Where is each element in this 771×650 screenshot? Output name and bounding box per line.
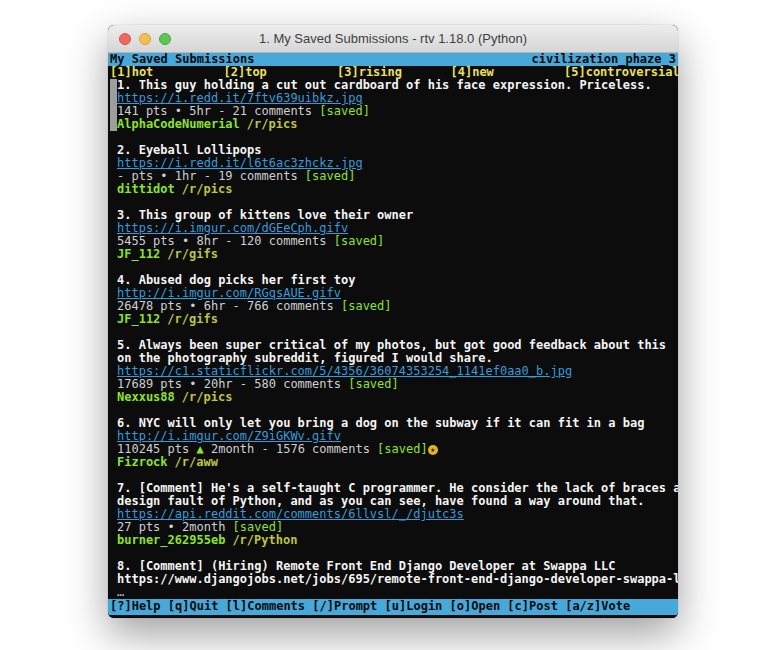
tab-rising[interactable]: [3]rising (337, 66, 451, 79)
submission-meta: - pts • 1hr - 19 comments [saved] (110, 170, 678, 183)
submission-title[interactable]: 5. Always been super critical of my phot… (110, 339, 678, 352)
submission-subreddit[interactable]: /r/gifs (167, 248, 218, 261)
spacer (110, 261, 678, 274)
submission-2[interactable]: 2. Eyeball Lollipops https://i.redd.it/l… (110, 144, 678, 196)
spacer (110, 469, 678, 482)
traffic-lights (119, 33, 171, 45)
submission-subreddit[interactable]: /r/pics (182, 183, 233, 196)
terminal-screen: My Saved Submissions civilization_phaze_… (108, 53, 678, 618)
submission-5[interactable]: 5. Always been super critical of my phot… (110, 339, 678, 404)
meta-text: 5455 pts • 8hr - 120 comments (117, 235, 334, 248)
submission-8[interactable]: 8. [Comment] (Hiring) Remote Front End D… (110, 560, 678, 599)
status-bar: [?]Help [q]Quit [l]Comments [/]Prompt [u… (108, 599, 678, 615)
submission-subreddit[interactable]: /r/Python (232, 534, 297, 547)
spacer (110, 547, 678, 560)
submission-meta: 17689 pts • 20hr - 580 comments [saved] (110, 378, 678, 391)
submission-byline: Fizrock/r/aww (110, 456, 678, 469)
submission-byline: JF_112/r/gifs (110, 313, 678, 326)
spacer (110, 326, 678, 339)
spacer (110, 404, 678, 417)
submission-title[interactable]: 6. NYC will only let you bring a dog on … (110, 417, 678, 430)
submission-author[interactable]: JF_112 (117, 248, 160, 261)
submission-meta: 141 pts • 5hr - 21 comments [saved] (110, 105, 678, 118)
submission-meta: 110245 pts ▲ 2month - 1576 comments [sav… (110, 443, 678, 456)
submission-byline: Nexxus88/r/pics (110, 391, 678, 404)
truncation-ellipsis: … (110, 586, 678, 599)
submission-author[interactable]: AlphaCodeNumerial (117, 118, 240, 131)
submission-author[interactable]: burner_262955eb (117, 534, 225, 547)
spacer (110, 131, 678, 144)
submission-subreddit[interactable]: /r/aww (175, 456, 218, 469)
saved-badge: [saved] (233, 521, 284, 534)
submission-url[interactable]: https://i.redd.it/7ftv639uibkz.jpg (117, 92, 363, 105)
meta-text: - pts • 1hr - 19 comments (117, 170, 305, 183)
submission-7[interactable]: 7. [Comment] He's a self-taught C progra… (110, 482, 678, 547)
minimize-button[interactable] (139, 33, 151, 45)
meta-text: 141 pts • 5hr - 21 comments (117, 105, 319, 118)
submission-url[interactable]: https://i.redd.it/l6t6ac3zhckz.jpg (117, 157, 363, 170)
meta-text: 2month - 1576 comments (204, 443, 377, 456)
submission-url[interactable]: https://c1.staticflickr.com/5/4356/36074… (117, 365, 572, 378)
submission-subreddit[interactable]: /r/pics (182, 391, 233, 404)
saved-badge: [saved] (305, 170, 356, 183)
submission-title[interactable]: 7. [Comment] He's a self-taught C progra… (110, 482, 678, 495)
saved-badge: [saved] (341, 300, 392, 313)
spacer (110, 196, 678, 209)
submission-url[interactable]: http://i.imgur.com/RGqsAUE.gifv (117, 287, 341, 300)
tab-new[interactable]: [4]new (451, 66, 565, 79)
submission-byline: burner_262955eb/r/Python (110, 534, 678, 547)
tab-controversial[interactable]: [5]controversial (564, 66, 678, 79)
submission-list: 1. This guy holding a cut out cardboard … (108, 79, 678, 599)
submission-title-wrap[interactable]: on the photography subreddit, figured I … (110, 352, 678, 365)
submission-subreddit[interactable]: /r/pics (247, 118, 298, 131)
submission-title[interactable]: 8. [Comment] (Hiring) Remote Front End D… (110, 560, 678, 573)
submission-1[interactable]: 1. This guy holding a cut out cardboard … (110, 79, 678, 131)
meta-text: 26478 pts • 6hr - 766 comments (117, 300, 341, 313)
meta-text: 27 pts • 2month (117, 521, 233, 534)
window-titlebar[interactable]: 1. My Saved Submissions - rtv 1.18.0 (Py… (108, 25, 678, 53)
zoom-button[interactable] (159, 33, 171, 45)
submission-meta: 5455 pts • 8hr - 120 comments [saved] (110, 235, 678, 248)
tab-top[interactable]: [2]top (224, 66, 338, 79)
submission-6[interactable]: 6. NYC will only let you bring a dog on … (110, 417, 678, 469)
submission-title-wrap[interactable]: https://www.djangojobs.net/jobs/695/remo… (110, 573, 678, 586)
close-button[interactable] (119, 33, 131, 45)
submission-3[interactable]: 3. This group of kittens love their owne… (110, 209, 678, 261)
submission-title[interactable]: 1. This guy holding a cut out cardboard … (110, 79, 678, 92)
submission-byline: JF_112/r/gifs (110, 248, 678, 261)
submission-byline: AlphaCodeNumerial/r/pics (110, 118, 678, 131)
window-title: 1. My Saved Submissions - rtv 1.18.0 (Py… (259, 31, 527, 46)
submission-subreddit[interactable]: /r/gifs (167, 313, 218, 326)
saved-badge: [saved] (334, 235, 385, 248)
terminal-window: 1. My Saved Submissions - rtv 1.18.0 (Py… (108, 25, 678, 618)
submission-title[interactable]: 4. Abused dog picks her first toy (110, 274, 678, 287)
submission-meta: 26478 pts • 6hr - 766 comments [saved] (110, 300, 678, 313)
saved-badge: [saved] (319, 105, 370, 118)
tab-hot[interactable]: [1]hot (110, 66, 224, 79)
gilded-star-icon: ★ (428, 445, 438, 455)
submission-byline: dittidot/r/pics (110, 183, 678, 196)
submission-url[interactable]: http://i.imgur.com/Z9iGKWv.gifv (117, 430, 341, 443)
submission-title-wrap[interactable]: design fault of Python, and as you can s… (110, 495, 678, 508)
submission-title[interactable]: 3. This group of kittens love their owne… (110, 209, 678, 222)
submission-author[interactable]: Fizrock (117, 456, 168, 469)
meta-text: 17689 pts • 20hr - 580 comments (117, 378, 348, 391)
saved-badge: [saved] (348, 378, 399, 391)
submission-meta: 27 pts • 2month [saved] (110, 521, 678, 534)
meta-text: 110245 pts (117, 443, 196, 456)
submission-4[interactable]: 4. Abused dog picks her first toy http:/… (110, 274, 678, 326)
upvote-arrow-icon: ▲ (196, 443, 203, 456)
sort-tabs: [1]hot [2]top [3]rising [4]new [5]contro… (108, 66, 678, 79)
saved-badge: [saved] (377, 443, 428, 456)
submission-url[interactable]: https://i.imgur.com/dGEeCph.gifv (117, 222, 348, 235)
submission-url[interactable]: https://api.reddit.com/comments/6llvsl/_… (117, 508, 464, 521)
submission-author[interactable]: Nexxus88 (117, 391, 175, 404)
submission-title[interactable]: 2. Eyeball Lollipops (110, 144, 678, 157)
submission-author[interactable]: dittidot (117, 183, 175, 196)
selection-cursor (110, 79, 117, 131)
submission-author[interactable]: JF_112 (117, 313, 160, 326)
